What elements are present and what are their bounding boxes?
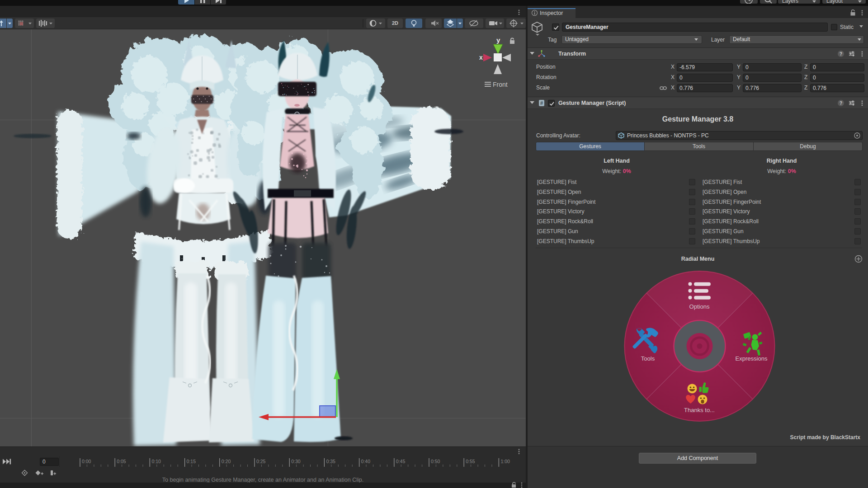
svg-text:1:00: 1:00 (500, 459, 510, 464)
svg-text:Expressions: Expressions (736, 355, 768, 362)
svg-text:?: ? (840, 101, 842, 106)
svg-text:?: ? (840, 52, 842, 56)
svg-text:Thanks to...: Thanks to... (684, 407, 715, 413)
svg-text:x: x (479, 54, 483, 61)
svg-text:0:00: 0:00 (82, 459, 91, 464)
svg-text:0:20: 0:20 (222, 459, 231, 464)
svg-text:0:15: 0:15 (187, 459, 196, 464)
svg-text:0:45: 0:45 (396, 459, 406, 464)
svg-text:y: y (496, 36, 500, 44)
svg-text:Options: Options (689, 303, 710, 310)
svg-text:0:40: 0:40 (361, 459, 371, 464)
svg-text:0:50: 0:50 (431, 459, 440, 464)
svg-text:Front: Front (493, 81, 508, 88)
svg-text:Tools: Tools (641, 355, 655, 362)
svg-text:0:25: 0:25 (256, 459, 266, 464)
svg-text:0:30: 0:30 (291, 459, 301, 464)
svg-text:#: # (540, 100, 543, 106)
svg-text:0:10: 0:10 (151, 459, 161, 464)
svg-text:0:55: 0:55 (466, 459, 475, 464)
svg-text:0:05: 0:05 (117, 459, 126, 464)
svg-text:0:35: 0:35 (326, 459, 335, 464)
